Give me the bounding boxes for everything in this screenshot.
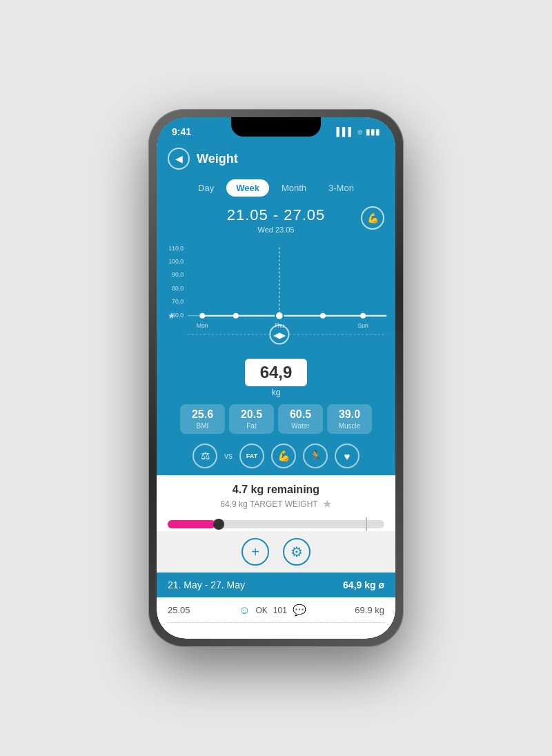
separator bbox=[168, 622, 384, 623]
week-summary: 21. May - 27. May 64,9 kg ø bbox=[157, 573, 395, 597]
smiley-icon: ☺ bbox=[239, 604, 250, 617]
back-icon: ◀ bbox=[175, 153, 183, 164]
svg-text:100,0: 100,0 bbox=[168, 258, 184, 265]
date-sub: Wed 23.05 bbox=[157, 226, 395, 234]
tab-3mon[interactable]: 3-Mon bbox=[319, 179, 364, 197]
svg-text:80,0: 80,0 bbox=[172, 285, 184, 292]
svg-text:★: ★ bbox=[168, 311, 175, 320]
settings-button[interactable]: ⚙ bbox=[283, 538, 310, 566]
vs-label: vs bbox=[224, 451, 233, 461]
progress-track bbox=[168, 520, 384, 528]
svg-text:70,0: 70,0 bbox=[172, 298, 184, 305]
battery-icon: ▮▮▮ bbox=[366, 127, 380, 137]
back-button[interactable]: ◀ bbox=[168, 148, 190, 170]
fat-value: 20.5 bbox=[236, 408, 267, 421]
muscle-label: Muscle bbox=[334, 422, 365, 430]
notch bbox=[231, 117, 321, 137]
app-header: ◀ Weight bbox=[157, 142, 395, 175]
action-bar: + ⚙ bbox=[157, 531, 395, 573]
week-summary-value: 64,9 kg ø bbox=[343, 579, 384, 590]
settings-icon: ⚙ bbox=[290, 544, 303, 560]
chart-svg: 110,0 100,0 90,0 80,0 70,0 60,0 ★ bbox=[162, 241, 390, 348]
water-value: 60.5 bbox=[285, 408, 316, 421]
entry-row: 25.05 ☺ OK 101 💬 69.9 kg bbox=[157, 597, 395, 622]
comment-icon[interactable]: 💬 bbox=[293, 604, 306, 617]
fat-label: Fat bbox=[236, 422, 267, 430]
progress-bar-container bbox=[157, 515, 395, 531]
progress-dot bbox=[213, 519, 224, 530]
svg-text:Mon: Mon bbox=[197, 322, 208, 329]
phone-inner: 9:41 ▌▌▌ ⌾ ▮▮▮ ◀ Weight Day bbox=[157, 117, 395, 639]
add-button[interactable]: + bbox=[241, 538, 269, 566]
weight-value: 64,9 bbox=[245, 359, 307, 386]
progress-target-line bbox=[366, 517, 367, 531]
run-icon-btn[interactable]: 🏃 bbox=[303, 444, 328, 468]
tab-month[interactable]: Month bbox=[272, 179, 316, 197]
signal-icon: ▌▌▌ bbox=[336, 127, 354, 137]
heart-icon-btn[interactable]: ♥ bbox=[335, 444, 359, 468]
date-range-section: 21.05 - 27.05 💪 Wed 23.05 bbox=[157, 201, 395, 235]
entry-icons: ☺ OK 101 💬 bbox=[239, 604, 306, 617]
stats-row: 25.6 BMI 20.5 Fat 60.5 Water 39.0 Muscle bbox=[157, 400, 395, 439]
status-time: 9:41 bbox=[172, 126, 191, 137]
svg-point-12 bbox=[320, 313, 326, 319]
entry-weight: 69.9 kg bbox=[343, 605, 384, 615]
svg-text:◀▶: ◀▶ bbox=[273, 330, 286, 339]
phone-frame: 9:41 ▌▌▌ ⌾ ▮▮▮ ◀ Weight Day bbox=[148, 109, 404, 647]
stat-muscle: 39.0 Muscle bbox=[327, 404, 372, 434]
tab-day[interactable]: Day bbox=[188, 179, 224, 197]
weight-unit: kg bbox=[157, 388, 395, 397]
date-row: 21.05 - 27.05 💪 bbox=[157, 206, 395, 224]
progress-fill bbox=[168, 520, 215, 528]
entry-date: 25.05 bbox=[168, 605, 202, 615]
count-label: 101 bbox=[273, 606, 287, 615]
water-label: Water bbox=[285, 422, 316, 430]
value-display: 64,9 kg bbox=[157, 353, 395, 400]
target-remaining: 4.7 kg remaining bbox=[168, 484, 384, 496]
bmi-label: BMI bbox=[187, 422, 218, 430]
week-summary-date: 21. May - 27. May bbox=[168, 579, 245, 590]
ok-label: OK bbox=[255, 606, 267, 615]
wifi-icon: ⌾ bbox=[357, 127, 362, 137]
target-label: 64,9 kg TARGET WEIGHT bbox=[220, 499, 317, 509]
stat-fat: 20.5 Fat bbox=[229, 404, 274, 434]
icon-row: ⚖ vs FAT 💪 🏃 ♥ bbox=[157, 439, 395, 475]
target-sub: 64,9 kg TARGET WEIGHT ★ bbox=[168, 497, 384, 510]
svg-text:110,0: 110,0 bbox=[168, 245, 184, 252]
muscle-icon-btn[interactable]: 💪 bbox=[271, 444, 296, 468]
stat-bmi: 25.6 BMI bbox=[180, 404, 225, 434]
status-icons: ▌▌▌ ⌾ ▮▮▮ bbox=[336, 127, 380, 137]
muscle-value: 39.0 bbox=[334, 408, 365, 421]
svg-point-13 bbox=[360, 313, 366, 319]
target-section: 4.7 kg remaining 64,9 kg TARGET WEIGHT ★ bbox=[157, 475, 395, 515]
tab-week[interactable]: Week bbox=[226, 179, 269, 197]
scale-icon-btn[interactable]: ⚖ bbox=[193, 444, 217, 468]
add-icon: + bbox=[251, 544, 259, 560]
app-title: Weight bbox=[197, 152, 238, 166]
tab-bar: Day Week Month 3-Mon bbox=[157, 175, 395, 201]
target-star-icon[interactable]: ★ bbox=[322, 497, 332, 510]
chart-action-button[interactable]: 💪 bbox=[361, 206, 384, 230]
date-range-text: 21.05 - 27.05 bbox=[227, 206, 326, 224]
svg-text:90,0: 90,0 bbox=[172, 271, 184, 278]
chart-area: 110,0 100,0 90,0 80,0 70,0 60,0 ★ bbox=[157, 235, 395, 353]
fat-icon-btn[interactable]: FAT bbox=[239, 444, 264, 468]
stat-water: 60.5 Water bbox=[278, 404, 323, 434]
svg-text:Sun: Sun bbox=[357, 322, 368, 329]
screen: 9:41 ▌▌▌ ⌾ ▮▮▮ ◀ Weight Day bbox=[157, 117, 395, 639]
svg-point-9 bbox=[199, 313, 205, 319]
bmi-value: 25.6 bbox=[187, 408, 218, 421]
svg-point-10 bbox=[233, 313, 239, 319]
